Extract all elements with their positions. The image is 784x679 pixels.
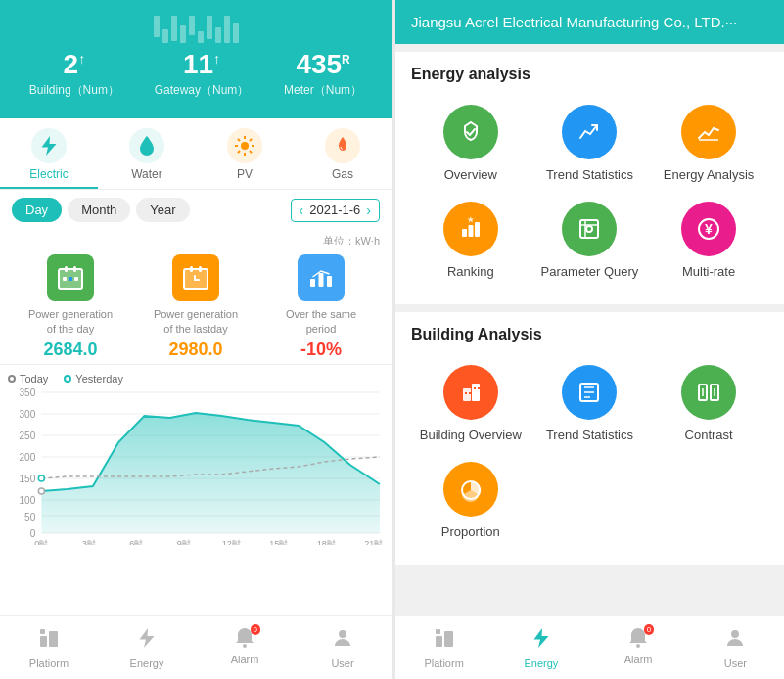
right-footer-alarm[interactable]: 0 Alarm: [590, 622, 687, 673]
svg-text:150: 150: [19, 474, 35, 484]
building-trend-label: Trend Statistics: [546, 428, 633, 442]
pv-tab-label: PV: [237, 167, 253, 181]
svg-rect-62: [580, 220, 598, 238]
left-header: 2↑ Building（Num） 11↑ Gateway（Num） 435R M…: [0, 0, 392, 118]
right-footer-user[interactable]: User: [687, 622, 784, 673]
svg-text:250: 250: [19, 430, 35, 441]
gateway-label: Gateway（Num）: [155, 82, 250, 99]
date-navigator: ‹ 2021-1-6 ›: [291, 199, 380, 222]
period-label: Over the sameperiod: [258, 307, 384, 338]
ranking-icon: [443, 202, 498, 256]
tab-water[interactable]: Water: [98, 118, 196, 189]
alarm-icon-wrapper: 0: [233, 626, 256, 654]
energy-analysis-icon-label: Energy Analysis: [664, 167, 755, 182]
right-content: Energy analysis Overview Trend Statistic…: [395, 44, 784, 615]
building-overview-item[interactable]: Building Overview: [411, 357, 530, 454]
right-alarm-label: Alarm: [624, 654, 653, 665]
svg-rect-58: [462, 229, 467, 237]
footer-alarm[interactable]: 0 Alarm: [196, 622, 294, 673]
svg-point-55: [243, 644, 247, 648]
svg-rect-60: [475, 222, 480, 237]
energy-label: Energy: [130, 657, 164, 669]
overview-item[interactable]: Overview: [411, 97, 530, 194]
right-energy-label: Energy: [524, 657, 558, 669]
building-overview-label: Building Overview: [420, 428, 522, 442]
svg-line-7: [250, 151, 252, 153]
footer-platform[interactable]: Platiorm: [0, 622, 98, 673]
electric-tab-label: Electric: [29, 167, 68, 181]
svg-text:350: 350: [19, 388, 35, 398]
period-icon: [298, 254, 345, 301]
svg-text:21时: 21时: [364, 539, 383, 545]
year-button[interactable]: Year: [136, 198, 189, 222]
ranking-item[interactable]: Ranking: [411, 194, 530, 291]
right-alarm-badge: 0: [644, 624, 654, 635]
gateway-number: 11↑: [155, 49, 250, 80]
overview-icon: [443, 105, 498, 159]
svg-text:6时: 6时: [129, 539, 143, 545]
svg-text:18时: 18时: [317, 539, 336, 545]
tab-gas[interactable]: Gas: [294, 118, 392, 189]
svg-rect-23: [327, 276, 332, 287]
chart-svg: 350 300 250 200 150 100 50 0: [8, 388, 384, 545]
user-label: User: [331, 657, 353, 669]
energy-analysis-item[interactable]: Energy Analysis: [649, 97, 768, 194]
left-footer: Platiorm Energy 0 Alarm User: [0, 615, 392, 679]
svg-point-42: [38, 475, 44, 481]
svg-line-9: [238, 151, 240, 153]
meter-label: Meter（Num）: [284, 82, 362, 99]
multi-rate-label: Multi-rate: [682, 264, 735, 279]
day-button[interactable]: Day: [12, 198, 62, 222]
svg-point-63: [586, 226, 592, 232]
svg-rect-69: [472, 384, 480, 401]
right-alarm-wrapper: 0: [626, 626, 650, 654]
svg-rect-68: [463, 388, 471, 401]
right-footer-platform[interactable]: Platiorm: [395, 622, 492, 673]
right-footer-energy[interactable]: Energy: [492, 622, 589, 673]
building-label: Building（Num）: [29, 82, 119, 99]
parameter-query-item[interactable]: Parameter Query: [530, 194, 650, 291]
tab-electric[interactable]: Electric: [0, 118, 98, 189]
svg-rect-15: [69, 277, 72, 281]
pv-icon: [227, 128, 262, 163]
footer-user[interactable]: User: [294, 622, 392, 673]
svg-text:15时: 15时: [269, 539, 288, 545]
energy-analysis-grid: Overview Trend Statistics Energy Analysi…: [411, 97, 768, 291]
multi-rate-item[interactable]: ¥ Multi-rate: [649, 194, 768, 291]
electric-icon: [31, 128, 67, 163]
svg-text:0时: 0时: [34, 539, 48, 545]
svg-rect-85: [436, 629, 440, 634]
water-tab-label: Water: [131, 167, 162, 181]
proportion-label: Proportion: [441, 524, 500, 539]
next-date-arrow[interactable]: ›: [366, 203, 371, 218]
trend-stats-label: Trend Statistics: [546, 167, 633, 182]
svg-marker-61: [467, 216, 474, 222]
building-analysis-title: Building Analysis: [411, 326, 768, 343]
today-legend: Today: [8, 373, 48, 385]
chart-legend: Today Yesterday: [8, 373, 384, 385]
svg-rect-52: [49, 631, 58, 647]
company-title: Jiangsu Acrel Electrical Manufacturing C…: [411, 14, 737, 30]
svg-rect-13: [73, 266, 76, 272]
right-platform-icon: [433, 626, 456, 656]
gas-icon: [325, 128, 360, 163]
svg-rect-20: [199, 266, 202, 272]
meter-number: 435R: [284, 49, 362, 80]
parameter-query-icon: [562, 202, 617, 256]
building-trend-item[interactable]: Trend Statistics: [530, 357, 650, 454]
period-comparison-card: Over the sameperiod -10%: [258, 254, 384, 360]
proportion-item[interactable]: Proportion: [411, 454, 530, 551]
svg-text:300: 300: [19, 409, 35, 420]
tab-pv[interactable]: PV: [196, 118, 294, 189]
svg-rect-19: [190, 266, 193, 272]
svg-point-87: [636, 644, 640, 648]
month-button[interactable]: Month: [68, 198, 130, 222]
today-generation-card: Power generationof the day 2684.0: [8, 254, 133, 360]
svg-rect-84: [444, 631, 453, 647]
building-number: 2↑: [29, 49, 119, 80]
contrast-item[interactable]: Contrast: [649, 357, 768, 454]
footer-energy[interactable]: Energy: [98, 622, 196, 673]
right-platform-label: Platiorm: [424, 657, 463, 669]
trend-stats-item[interactable]: Trend Statistics: [530, 97, 650, 194]
prev-date-arrow[interactable]: ‹: [300, 203, 304, 218]
